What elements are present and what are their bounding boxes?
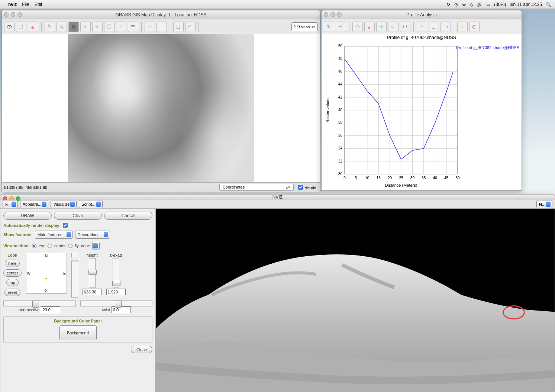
- analyze-icon[interactable]: [145, 22, 155, 32]
- clock-icon[interactable]: ◷: [454, 2, 458, 7]
- battery-icon[interactable]: ▭: [486, 2, 490, 7]
- minimize-icon[interactable]: [11, 12, 15, 17]
- svg-rect-9: [107, 25, 111, 28]
- titlebar-map-display[interactable]: GRASS GIS Map Display: 1 - Location: NDS…: [2, 10, 320, 19]
- print-icon[interactable]: [441, 22, 451, 32]
- svg-text:32: 32: [338, 159, 343, 163]
- cancel-button[interactable]: Cancel: [104, 212, 152, 220]
- close-button[interactable]: Close: [131, 346, 152, 353]
- svg-text:50: 50: [338, 44, 343, 48]
- map-canvas[interactable]: [2, 34, 320, 182]
- pointer-icon[interactable]: [45, 22, 55, 32]
- svg-text:+: +: [84, 25, 86, 27]
- svg-rect-21: [403, 25, 406, 28]
- look-here-button[interactable]: here: [5, 260, 20, 267]
- power-icon[interactable]: [469, 22, 480, 32]
- view-select[interactable]: 2D view▴▾: [291, 22, 318, 31]
- svg-text:30: 30: [410, 176, 415, 180]
- svg-text:40: 40: [338, 108, 343, 112]
- bluetooth-icon[interactable]: ⌯: [462, 2, 466, 7]
- spotlight-icon[interactable]: 🔍: [546, 2, 551, 7]
- perspective-input[interactable]: [41, 306, 60, 313]
- auto-render-checkbox[interactable]: [63, 223, 68, 228]
- sync-icon[interactable]: ⟳: [447, 2, 451, 7]
- look-reset-button[interactable]: reset: [4, 289, 20, 296]
- perspective-slider[interactable]: [3, 301, 76, 306]
- svg-point-24: [462, 26, 463, 28]
- close-icon[interactable]: [4, 12, 9, 17]
- titlebar-nviz[interactable]: NVIZ: [0, 195, 555, 200]
- svg-text:40: 40: [433, 176, 438, 180]
- look-top-button[interactable]: top: [6, 279, 19, 286]
- tab-visualize[interactable]: Visualize▴▾: [51, 200, 77, 208]
- zoom-out-icon[interactable]: −: [92, 22, 103, 32]
- eye-icon[interactable]: [4, 22, 14, 32]
- radio-fly-label: fly: [75, 244, 79, 248]
- tab-appearance[interactable]: Appeara...▴▾: [20, 200, 49, 208]
- settings-icon[interactable]: [457, 22, 468, 32]
- compass-e: E: [63, 271, 66, 276]
- view-method-menu[interactable]: ▴▾: [92, 242, 100, 250]
- status-select[interactable]: Coordinates▴▾: [219, 184, 294, 191]
- radio-eye[interactable]: [32, 244, 36, 248]
- svg-point-0: [9, 26, 10, 27]
- overlay-icon[interactable]: [157, 22, 167, 32]
- zoom-ext-icon[interactable]: [104, 22, 114, 32]
- save-icon[interactable]: [173, 22, 184, 32]
- decorations-select[interactable]: Decorations...▴▾: [75, 231, 110, 239]
- zoom-icon[interactable]: [388, 22, 398, 32]
- menu-file[interactable]: File: [22, 2, 29, 7]
- radio-center[interactable]: [48, 244, 52, 248]
- menubar: nviz File Edit ⟳ ◷ ⌯ ◇ 🔊 ▭ (30%) lun 11 …: [0, 0, 555, 9]
- app-menu[interactable]: nviz: [8, 2, 17, 7]
- export-icon[interactable]: [417, 22, 427, 32]
- height-slider[interactable]: [89, 258, 96, 288]
- main-features-select[interactable]: Main features...▴▾: [35, 231, 73, 239]
- svg-text:44: 44: [338, 82, 343, 86]
- radio-fly[interactable]: [68, 244, 72, 248]
- background-button[interactable]: Background: [59, 325, 97, 340]
- pan-icon[interactable]: [376, 22, 387, 32]
- eye-icon[interactable]: [352, 22, 363, 32]
- svg-text:20: 20: [388, 176, 392, 180]
- layer-add-icon[interactable]: +: [16, 22, 26, 32]
- zoom-menu-icon[interactable]: [128, 22, 138, 32]
- twist-slider[interactable]: [80, 301, 153, 306]
- close-icon[interactable]: [324, 12, 328, 17]
- zoom-rect-icon[interactable]: [400, 22, 410, 32]
- titlebar-profile[interactable]: Profile Analysis: [322, 10, 522, 19]
- tab-help[interactable]: H...▴▾: [536, 200, 552, 208]
- draw-button[interactable]: DRAW: [3, 212, 52, 220]
- tab-file[interactable]: F...▴▾: [3, 200, 18, 208]
- compass-s: S: [45, 289, 48, 293]
- zoom-icon[interactable]: [337, 12, 342, 17]
- compass-vslider[interactable]: [71, 253, 78, 298]
- look-center-button[interactable]: center: [3, 269, 22, 277]
- pan-icon[interactable]: [68, 22, 79, 32]
- svg-text:−: −: [96, 25, 98, 27]
- print-icon[interactable]: [185, 22, 196, 32]
- minimize-icon[interactable]: [330, 12, 335, 17]
- transect-icon[interactable]: [324, 22, 334, 32]
- draw-profile-icon[interactable]: [336, 22, 346, 32]
- menu-edit[interactable]: Edit: [35, 2, 42, 7]
- svg-text:10: 10: [365, 176, 370, 180]
- erase-icon[interactable]: [28, 22, 38, 32]
- terrain-3d-view[interactable]: [156, 209, 555, 392]
- compass[interactable]: N S W E ●: [26, 253, 67, 294]
- clear-button[interactable]: Clear: [54, 212, 102, 220]
- query-icon[interactable]: [57, 22, 67, 32]
- save-icon[interactable]: [429, 22, 439, 32]
- zoom-back-icon[interactable]: [116, 22, 126, 32]
- volume-icon[interactable]: 🔊: [477, 2, 483, 7]
- wifi-icon[interactable]: ◇: [470, 2, 473, 7]
- height-input[interactable]: [83, 289, 102, 295]
- render-checkbox[interactable]: [298, 185, 303, 190]
- zexag-input[interactable]: [106, 289, 126, 295]
- perspective-label: perspective: [19, 308, 39, 312]
- zexag-slider[interactable]: [113, 258, 119, 288]
- erase-icon[interactable]: [364, 22, 375, 32]
- zoom-icon[interactable]: [17, 12, 22, 17]
- tab-script[interactable]: Script...▴▾: [79, 200, 102, 208]
- zoom-in-icon[interactable]: +: [80, 22, 91, 32]
